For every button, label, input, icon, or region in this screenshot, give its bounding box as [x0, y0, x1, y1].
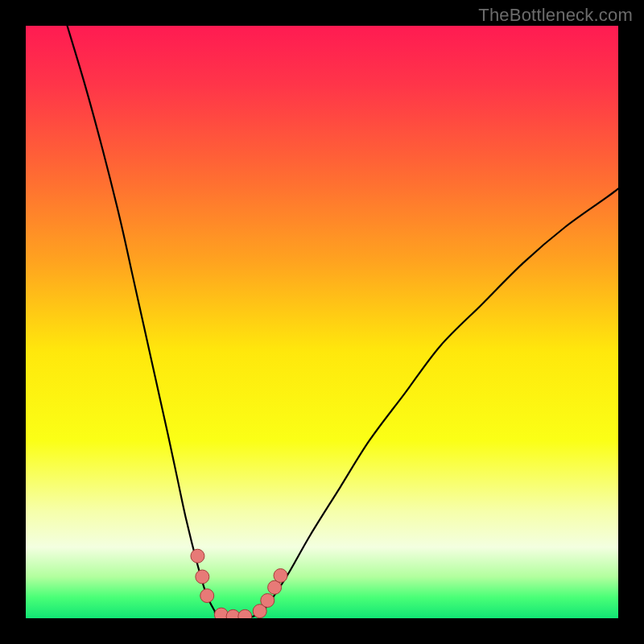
data-marker [191, 549, 204, 563]
data-marker [196, 570, 209, 584]
data-marker [261, 593, 275, 607]
chart-frame: TheBottleneck.com [0, 0, 644, 644]
curve-layer [26, 26, 618, 618]
plot-area [26, 26, 618, 618]
data-marker [200, 589, 214, 603]
data-markers [191, 549, 287, 618]
data-marker [274, 569, 287, 583]
data-marker [238, 609, 252, 618]
bottleneck-curve [68, 26, 618, 618]
watermark-text: TheBottleneck.com [478, 5, 633, 26]
